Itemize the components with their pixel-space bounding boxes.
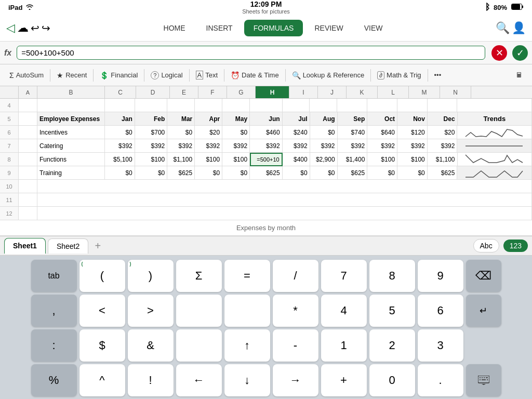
nav-tab-view[interactable]: VIEW bbox=[355, 20, 392, 36]
close-paren-key[interactable]: )) bbox=[128, 260, 174, 292]
cell[interactable]: $120 bbox=[397, 126, 428, 139]
three-key[interactable]: 3 bbox=[418, 329, 463, 362]
percent-key[interactable]: % bbox=[31, 364, 77, 396]
calculator-button[interactable]: 🖩 bbox=[511, 69, 528, 81]
caret-key[interactable]: ^ bbox=[79, 364, 125, 396]
cell[interactable]: $625 bbox=[250, 166, 283, 180]
redo-button[interactable]: ↪ bbox=[42, 22, 50, 34]
cell[interactable]: Incentives bbox=[37, 126, 105, 139]
backspace-key[interactable]: ⌫ bbox=[466, 260, 501, 292]
cell[interactable]: $0 bbox=[105, 166, 135, 180]
exclaim-key[interactable]: ! bbox=[128, 364, 174, 396]
account-button[interactable]: 👤 bbox=[512, 21, 526, 35]
nine-key[interactable]: 9 bbox=[418, 260, 463, 292]
right-arrow-key[interactable]: → bbox=[273, 364, 318, 396]
cell[interactable] bbox=[19, 166, 37, 180]
logical-button[interactable]: ? Logical bbox=[145, 69, 188, 82]
cell[interactable]: $0 bbox=[105, 126, 135, 139]
cell[interactable]: Feb bbox=[135, 112, 168, 126]
cell[interactable] bbox=[397, 99, 428, 112]
cell[interactable]: $1,100 bbox=[428, 153, 458, 166]
one-key[interactable]: 1 bbox=[321, 329, 367, 362]
blank-key-2[interactable] bbox=[224, 295, 270, 327]
asterisk-key[interactable]: * bbox=[273, 295, 318, 327]
cell[interactable] bbox=[167, 99, 195, 112]
less-than-key[interactable]: < bbox=[79, 295, 125, 327]
cell[interactable]: May bbox=[222, 112, 250, 126]
nav-tab-home[interactable]: HOME bbox=[154, 20, 195, 36]
cell-employee-expenses[interactable]: Employee Expenses bbox=[37, 112, 105, 126]
cell[interactable]: Aug bbox=[310, 112, 338, 126]
cell[interactable]: $5,100 bbox=[105, 153, 135, 166]
cell[interactable] bbox=[19, 193, 37, 207]
sheet-tab-1[interactable]: Sheet1 bbox=[4, 238, 46, 254]
cell[interactable]: $0 bbox=[222, 166, 250, 180]
cell[interactable] bbox=[37, 99, 105, 112]
cell[interactable] bbox=[195, 99, 222, 112]
return-key[interactable]: ↵ bbox=[466, 295, 501, 327]
cell[interactable]: $460 bbox=[250, 126, 283, 139]
mathtrig-button[interactable]: ∂ Math & Trig bbox=[372, 69, 426, 82]
up-arrow-key[interactable]: ↑ bbox=[224, 329, 270, 362]
sheet-tab-2[interactable]: Sheet2 bbox=[48, 238, 88, 254]
cell[interactable]: $20 bbox=[428, 126, 458, 139]
cell[interactable]: $392 bbox=[338, 139, 368, 153]
minus-key[interactable]: - bbox=[273, 329, 318, 362]
comma-key[interactable]: , bbox=[31, 295, 77, 327]
zero-key[interactable]: 0 bbox=[369, 364, 415, 396]
cell[interactable]: $392 bbox=[310, 139, 338, 153]
cell[interactable]: Functions bbox=[37, 153, 105, 166]
formula-input-wrapper[interactable] bbox=[17, 46, 485, 60]
cell[interactable]: $625 bbox=[338, 166, 368, 180]
cell[interactable] bbox=[428, 99, 458, 112]
cell[interactable]: $392 bbox=[105, 139, 135, 153]
ampersand-key[interactable]: & bbox=[128, 329, 174, 362]
cell[interactable] bbox=[19, 126, 37, 139]
cell[interactable]: $392 bbox=[195, 139, 222, 153]
tab-key[interactable]: tab bbox=[31, 260, 77, 292]
left-arrow-key[interactable]: ← bbox=[176, 364, 222, 396]
cell[interactable] bbox=[135, 99, 168, 112]
cell[interactable] bbox=[19, 99, 37, 112]
num-mode-button[interactable]: 123 bbox=[503, 240, 528, 252]
cell[interactable]: $400 bbox=[283, 153, 310, 166]
undo-button[interactable]: ↩ bbox=[31, 22, 39, 34]
cell[interactable] bbox=[19, 153, 37, 166]
eight-key[interactable]: 8 bbox=[369, 260, 415, 292]
greater-than-key[interactable]: > bbox=[128, 295, 174, 327]
dollar-key[interactable]: $ bbox=[79, 329, 125, 362]
cell[interactable]: $392 bbox=[167, 139, 195, 153]
cell[interactable]: $1,100 bbox=[167, 153, 195, 166]
cell[interactable]: $0 bbox=[283, 166, 310, 180]
cell[interactable] bbox=[367, 99, 397, 112]
cell[interactable]: $0 bbox=[310, 166, 338, 180]
blank-key-3[interactable] bbox=[176, 329, 222, 362]
cell[interactable] bbox=[250, 99, 283, 112]
cell[interactable]: $240 bbox=[283, 126, 310, 139]
cell[interactable]: Jan bbox=[105, 112, 135, 126]
cell[interactable]: $100 bbox=[195, 153, 222, 166]
cell[interactable] bbox=[310, 99, 337, 112]
cell[interactable]: $392 bbox=[135, 139, 168, 153]
cell[interactable]: $0 bbox=[310, 126, 338, 139]
cell-trends-header[interactable]: Trends bbox=[458, 112, 532, 126]
cell[interactable]: $100 bbox=[222, 153, 250, 166]
keyboard-dismiss-key[interactable] bbox=[466, 364, 501, 396]
seven-key[interactable]: 7 bbox=[321, 260, 367, 292]
equals-key[interactable]: = bbox=[224, 260, 270, 292]
cell[interactable]: $740 bbox=[338, 126, 368, 139]
autosum-button[interactable]: Σ AutoSum bbox=[4, 69, 49, 82]
slash-key[interactable]: / bbox=[273, 260, 318, 292]
cell[interactable] bbox=[105, 99, 135, 112]
cell[interactable] bbox=[37, 180, 532, 193]
two-key[interactable]: 2 bbox=[369, 329, 415, 362]
cell[interactable]: $0 bbox=[195, 166, 222, 180]
add-sheet-button[interactable]: + bbox=[90, 238, 105, 253]
cell[interactable]: $0 bbox=[167, 126, 195, 139]
cell[interactable]: $392 bbox=[367, 139, 397, 153]
open-paren-key[interactable]: ( ( bbox=[79, 260, 125, 292]
five-key[interactable]: 5 bbox=[369, 295, 415, 327]
confirm-formula-button[interactable]: ✓ bbox=[512, 45, 528, 61]
colon-key[interactable]: : bbox=[31, 329, 77, 362]
more-functions-button[interactable]: ••• bbox=[429, 69, 447, 81]
